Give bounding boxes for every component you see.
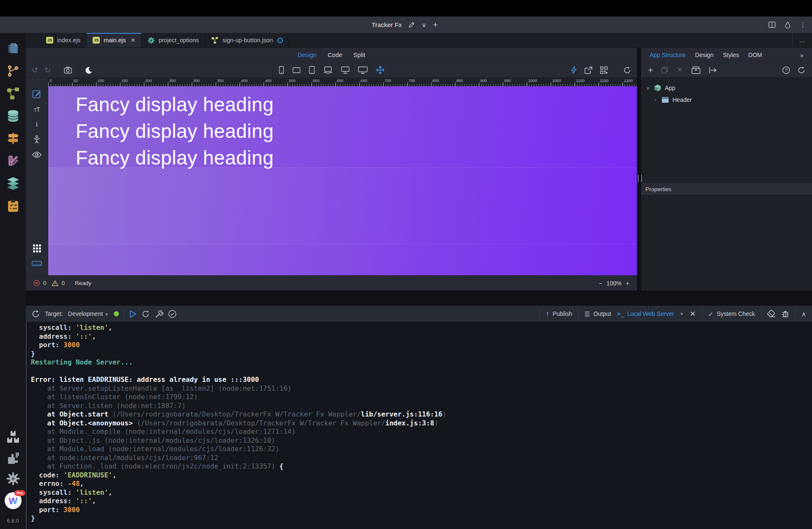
edit-element-icon[interactable] (31, 88, 43, 100)
grid-view-icon[interactable] (31, 242, 43, 254)
add-project-icon[interactable]: + (433, 21, 438, 29)
tab-design[interactable]: Design (695, 52, 714, 58)
right-panel: App Structure Design Styles DOM » + ✕ ? (641, 48, 812, 291)
fluid-resize-icon[interactable] (376, 66, 384, 74)
screenshot-camera-icon[interactable] (64, 66, 72, 74)
close-output-icon[interactable]: ✕ (690, 310, 696, 318)
ruler-tick-label: 1200 (624, 78, 633, 83)
reload-icon[interactable] (142, 310, 150, 318)
wappler-logo[interactable]: W Pro (4, 492, 22, 510)
right-panel-tabs: App Structure Design Styles DOM » (641, 48, 812, 63)
desktop-icon[interactable] (341, 66, 349, 74)
horizontal-ruler: 0501001502002503003504004505005506006507… (48, 78, 637, 86)
target-select[interactable]: Development ▼ (68, 310, 109, 317)
splitter-handle-icon (638, 175, 642, 182)
undo-icon[interactable]: ↺ (32, 66, 38, 74)
tab-index-ejs[interactable]: JS index.ejs (40, 33, 87, 47)
redo-icon[interactable]: ↻ (44, 66, 51, 74)
ruler-tick-label: 850 (456, 78, 463, 83)
chevron-right-icon[interactable]: › (653, 97, 658, 102)
phone-portrait-icon[interactable] (279, 66, 284, 74)
split-view-icon[interactable] (768, 22, 776, 28)
tree-node-header[interactable]: › Header (645, 94, 812, 106)
clear-output-eraser-icon[interactable] (767, 310, 776, 318)
terminal-line: syscall: 'listen', (31, 488, 812, 497)
laptop-icon[interactable] (323, 66, 332, 74)
tab-project-options[interactable]: project_options (142, 33, 205, 47)
actions-bolt-icon[interactable] (571, 66, 577, 74)
extensions-puzzle-icon[interactable] (6, 451, 20, 466)
tab-sign-up-button-json[interactable]: sign-up-button.json (205, 33, 289, 47)
ruler-toggle-icon[interactable] (31, 258, 43, 269)
properties-body (641, 195, 812, 291)
add-component-icon[interactable]: + (648, 66, 653, 74)
info-icon[interactable]: i (31, 118, 43, 130)
api-actions-icon[interactable] (6, 86, 20, 101)
typography-icon[interactable]: TT (31, 103, 43, 115)
tablet-portrait-icon[interactable] (309, 66, 315, 74)
refresh-icon[interactable] (623, 66, 631, 74)
design-tools-column: TT i (26, 78, 48, 275)
tablet-landscape-icon[interactable] (292, 67, 300, 73)
display-heading[interactable]: Fancy display heading (76, 91, 274, 118)
system-check-button[interactable]: ✓ System Check (708, 310, 755, 317)
delete-component-icon[interactable]: ✕ (677, 66, 683, 74)
project-dropdown-icon[interactable]: ∨ (422, 22, 426, 28)
design-canvas[interactable]: Fancy display headingFancy display headi… (48, 86, 637, 275)
layers-icon[interactable] (6, 176, 20, 190)
terminal-line: } (31, 514, 812, 523)
ruler-tick-label: 800 (432, 78, 439, 83)
zoom-in-button[interactable]: + (626, 280, 629, 287)
display-heading[interactable]: Fancy display heading (76, 145, 274, 171)
help-icon[interactable]: ? (782, 66, 790, 74)
chevron-down-icon[interactable]: ∨ (645, 85, 650, 91)
tab-app-structure[interactable]: App Structure (650, 52, 686, 58)
more-panels-icon[interactable]: » (800, 52, 804, 59)
share-export-icon[interactable] (584, 66, 593, 74)
todo-checklist-icon[interactable] (6, 198, 20, 213)
large-desktop-icon[interactable] (358, 66, 368, 74)
code-mode-button[interactable]: Code (328, 52, 343, 58)
build-hammer-icon[interactable] (155, 310, 163, 318)
database-icon[interactable] (6, 109, 20, 123)
output-button[interactable]: ☰ Output (584, 310, 611, 317)
terminal-line: at Module.load (node:internal/modules/cj… (31, 445, 812, 454)
edit-project-icon[interactable] (409, 22, 415, 28)
routes-icon[interactable] (6, 131, 20, 145)
tree-node-app[interactable]: ∨ App (645, 82, 812, 94)
accessibility-icon[interactable] (31, 134, 43, 145)
files-icon[interactable] (6, 41, 20, 56)
kebab-menu-icon[interactable]: ⋮ (800, 22, 806, 28)
close-tab-icon[interactable]: ✕ (130, 37, 135, 44)
export-flow-icon[interactable] (709, 67, 717, 74)
ruler-tick-label: 300 (193, 78, 200, 83)
theme-droplet-icon[interactable] (785, 22, 790, 28)
qr-code-icon[interactable] (600, 66, 608, 74)
tab-styles[interactable]: Styles (723, 52, 739, 58)
preview-eye-icon[interactable] (31, 149, 43, 161)
split-mode-button[interactable]: Split (353, 52, 365, 58)
validate-check-icon[interactable] (168, 310, 176, 318)
component-box-icon[interactable] (691, 66, 700, 74)
publish-button[interactable]: ↑ Publish (546, 310, 572, 318)
collapse-panel-icon[interactable]: ∧ (801, 311, 806, 317)
refresh-structure-icon[interactable] (798, 66, 805, 74)
panel-splitter[interactable] (637, 48, 641, 291)
duplicate-icon[interactable] (661, 66, 668, 74)
debug-bug-icon[interactable] (782, 310, 789, 318)
more-tabs-button[interactable]: … (792, 33, 812, 47)
tab-dom[interactable]: DOM (748, 52, 762, 58)
zoom-out-button[interactable]: − (599, 280, 602, 287)
display-heading[interactable]: Fancy display heading (76, 118, 274, 145)
settings-gear-icon[interactable] (6, 471, 20, 486)
run-play-icon[interactable] (129, 310, 137, 318)
modules-packages-icon[interactable] (6, 430, 20, 445)
dark-mode-moon-icon[interactable] (85, 66, 92, 74)
design-mode-button[interactable]: Design (297, 52, 316, 58)
server-select[interactable]: >_ Local Web Server ▼ (617, 310, 684, 317)
styles-palette-icon[interactable] (6, 153, 20, 168)
refresh-target-icon[interactable] (32, 310, 40, 318)
tab-main-ejs[interactable]: JS main.ejs ✕ (87, 33, 142, 47)
terminal-output[interactable]: syscall: 'listen', address: '::', port: … (26, 322, 812, 529)
git-icon[interactable] (6, 64, 20, 78)
